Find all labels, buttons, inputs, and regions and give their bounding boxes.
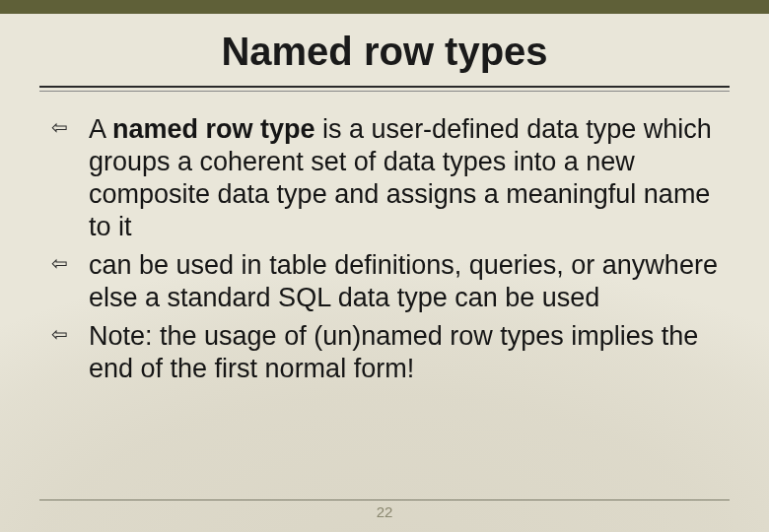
bullet-list: A named row type is a user-defined data … (41, 113, 728, 385)
list-item: can be used in table definitions, querie… (41, 249, 728, 314)
list-item: Note: the usage of (un)named row types i… (41, 320, 728, 385)
slide-title: Named row types (211, 30, 557, 80)
slide-body: A named row type is a user-defined data … (0, 92, 769, 385)
footer-rule (39, 499, 730, 500)
bullet-lead: A (89, 114, 112, 144)
page-number: 22 (0, 503, 769, 520)
slide: Named row types A named row type is a us… (0, 0, 769, 532)
bullet-rest: can be used in table definitions, querie… (89, 250, 718, 312)
title-area: Named row types (0, 0, 769, 92)
bullet-rest: Note: the usage of (un)named row types i… (89, 321, 698, 383)
bullet-bold: named row type (112, 114, 315, 144)
list-item: A named row type is a user-defined data … (41, 113, 728, 243)
